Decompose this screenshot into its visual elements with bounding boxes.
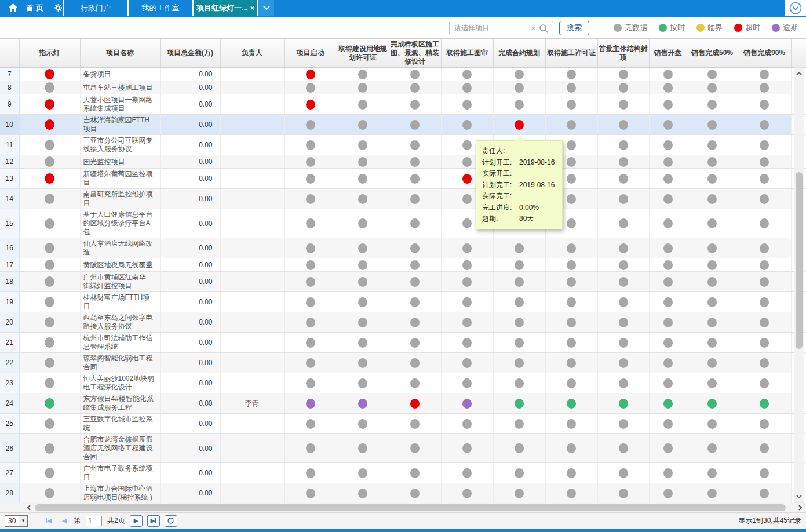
status-dot[interactable] bbox=[760, 338, 769, 348]
status-dot[interactable] bbox=[410, 194, 420, 204]
indicator-dot[interactable] bbox=[45, 443, 54, 454]
status-dot[interactable] bbox=[410, 358, 420, 368]
search-icon[interactable] bbox=[539, 24, 549, 36]
status-dot[interactable] bbox=[707, 378, 717, 388]
status-dot[interactable] bbox=[410, 243, 420, 253]
status-dot[interactable] bbox=[619, 378, 628, 388]
table-row[interactable]: 21杭州市司法辅助工作信息管理系统0.00 bbox=[0, 333, 806, 353]
status-dot[interactable] bbox=[358, 419, 367, 429]
collapse-circle-chevron-icon[interactable] bbox=[789, 2, 802, 14]
search-input[interactable] bbox=[450, 21, 553, 35]
status-dot[interactable] bbox=[515, 443, 524, 453]
status-dot[interactable] bbox=[515, 419, 524, 429]
status-dot[interactable] bbox=[760, 157, 769, 167]
status-dot[interactable] bbox=[760, 140, 769, 150]
status-dot[interactable] bbox=[515, 120, 524, 130]
status-dot[interactable] bbox=[760, 318, 769, 327]
status-dot[interactable] bbox=[707, 243, 717, 253]
status-dot[interactable] bbox=[663, 260, 673, 270]
table-row[interactable]: 17黄陂区地税局无线覆盖0.00 bbox=[0, 258, 806, 272]
status-dot[interactable] bbox=[358, 218, 367, 228]
status-dot[interactable] bbox=[306, 443, 315, 453]
status-dot[interactable] bbox=[410, 157, 420, 167]
status-dot[interactable] bbox=[462, 399, 472, 409]
indicator-dot[interactable] bbox=[45, 260, 54, 270]
table-row[interactable]: 18广州市黄埔区红南华二街绿灯监控项目0.00 bbox=[0, 272, 806, 292]
status-dot[interactable] bbox=[358, 358, 367, 368]
status-dot[interactable] bbox=[760, 100, 769, 110]
status-dot[interactable] bbox=[358, 297, 367, 307]
status-dot[interactable] bbox=[306, 157, 315, 167]
table-row[interactable]: 22琼翠阁智能化弱电工程合同0.00 bbox=[0, 353, 806, 373]
indicator-dot[interactable] bbox=[45, 69, 54, 79]
status-dot[interactable] bbox=[567, 443, 576, 453]
status-dot[interactable] bbox=[462, 277, 472, 287]
status-dot[interactable] bbox=[462, 70, 472, 79]
status-dot[interactable] bbox=[663, 194, 673, 204]
status-dot[interactable] bbox=[358, 318, 367, 327]
status-dot[interactable] bbox=[567, 489, 576, 498]
table-row[interactable]: 28上海市力合国际中心酒店弱电项目(梯控系统 )0.00 bbox=[0, 483, 806, 504]
status-dot[interactable] bbox=[410, 443, 420, 453]
tab-list-dropdown[interactable] bbox=[258, 0, 274, 16]
indicator-dot[interactable] bbox=[45, 317, 54, 327]
indicator-dot[interactable] bbox=[45, 378, 54, 388]
status-dot[interactable] bbox=[515, 70, 524, 79]
status-dot[interactable] bbox=[515, 358, 524, 368]
status-dot[interactable] bbox=[760, 194, 769, 204]
status-dot[interactable] bbox=[619, 297, 628, 307]
status-dot[interactable] bbox=[707, 277, 717, 287]
status-dot[interactable] bbox=[306, 358, 315, 368]
status-dot[interactable] bbox=[567, 358, 576, 368]
status-dot[interactable] bbox=[358, 399, 367, 409]
vertical-scroll-thumb[interactable] bbox=[796, 172, 803, 349]
status-dot[interactable] bbox=[760, 243, 769, 253]
status-dot[interactable] bbox=[663, 297, 673, 307]
status-dot[interactable] bbox=[306, 120, 315, 130]
status-dot[interactable] bbox=[567, 157, 576, 167]
status-dot[interactable] bbox=[462, 120, 472, 130]
status-dot[interactable] bbox=[306, 318, 315, 327]
status-dot[interactable] bbox=[515, 243, 524, 253]
status-dot[interactable] bbox=[358, 120, 367, 130]
status-dot[interactable] bbox=[567, 243, 576, 253]
status-dot[interactable] bbox=[462, 318, 472, 327]
indicator-dot[interactable] bbox=[45, 398, 54, 409]
status-dot[interactable] bbox=[567, 260, 576, 270]
status-dot[interactable] bbox=[358, 243, 367, 253]
status-dot[interactable] bbox=[306, 468, 315, 478]
status-dot[interactable] bbox=[707, 157, 717, 167]
status-dot[interactable] bbox=[515, 277, 524, 287]
vertical-scrollbar[interactable] bbox=[794, 67, 804, 503]
status-dot[interactable] bbox=[760, 468, 769, 478]
status-dot[interactable] bbox=[760, 174, 769, 184]
status-dot[interactable] bbox=[663, 338, 673, 348]
indicator-dot[interactable] bbox=[45, 488, 54, 498]
home-icon[interactable] bbox=[8, 3, 18, 12]
status-dot[interactable] bbox=[462, 174, 472, 184]
status-dot[interactable] bbox=[663, 120, 673, 130]
status-dot[interactable] bbox=[358, 260, 367, 270]
indicator-dot[interactable] bbox=[45, 276, 54, 287]
status-dot[interactable] bbox=[515, 378, 524, 388]
status-dot[interactable] bbox=[619, 468, 628, 478]
table-row[interactable]: 12国光监控项目0.00 bbox=[0, 155, 806, 169]
status-dot[interactable] bbox=[619, 218, 628, 228]
status-dot[interactable] bbox=[462, 358, 472, 368]
scroll-left-icon[interactable] bbox=[24, 503, 34, 512]
indicator-dot[interactable] bbox=[45, 468, 54, 478]
status-dot[interactable] bbox=[707, 83, 717, 93]
status-dot[interactable] bbox=[567, 399, 576, 409]
status-dot[interactable] bbox=[358, 378, 367, 388]
indicator-dot[interactable] bbox=[45, 243, 54, 253]
clear-search-icon[interactable]: × bbox=[531, 24, 535, 33]
status-dot[interactable] bbox=[707, 358, 717, 368]
prev-page-button[interactable]: ◀ bbox=[58, 515, 71, 527]
status-dot[interactable] bbox=[410, 297, 420, 307]
status-dot[interactable] bbox=[567, 120, 576, 130]
status-dot[interactable] bbox=[462, 194, 472, 204]
status-dot[interactable] bbox=[462, 140, 472, 150]
status-dot[interactable] bbox=[707, 100, 717, 110]
table-row[interactable]: 16仙人掌酒店无线网络改造0.00 bbox=[0, 238, 806, 258]
status-dot[interactable] bbox=[515, 489, 524, 498]
